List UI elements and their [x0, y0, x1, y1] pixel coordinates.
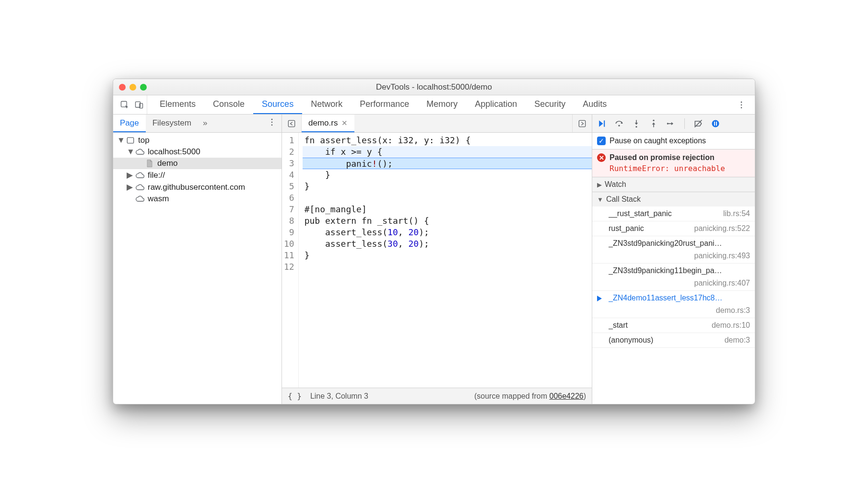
- navigate-forward-icon[interactable]: [572, 115, 592, 132]
- window-title: DevTools - localhost:5000/demo: [113, 82, 755, 92]
- stack-frame[interactable]: __rust_start_paniclib.rs:54: [592, 207, 755, 221]
- pause-banner: ✕ Paused on promise rejection RuntimeErr…: [592, 150, 755, 177]
- tab-application[interactable]: Application: [466, 95, 526, 114]
- svg-rect-9: [127, 138, 133, 143]
- tree-item[interactable]: ▼localhost:5000: [113, 146, 282, 158]
- svg-point-4: [741, 104, 742, 105]
- stack-frame[interactable]: _ZN3std9panicking11begin_pa…panicking.rs…: [592, 264, 755, 291]
- watch-section-header[interactable]: ▶Watch: [592, 177, 755, 192]
- navigate-back-icon[interactable]: [282, 115, 302, 132]
- stack-frame[interactable]: _ZN4demo11assert_less17hc8…demo.rs:3: [592, 291, 755, 318]
- svg-rect-10: [288, 120, 294, 126]
- callstack-section-header[interactable]: ▼Call Stack: [592, 192, 755, 207]
- error-icon: ✕: [597, 153, 606, 162]
- svg-rect-19: [714, 121, 715, 125]
- device-toggle-icon[interactable]: [134, 100, 144, 110]
- navigator-pane: PageFilesystem » ▼top▼localhost:5000demo…: [113, 115, 282, 404]
- tab-network[interactable]: Network: [302, 95, 351, 114]
- step-icon[interactable]: [666, 119, 676, 128]
- panel-tabs: ElementsConsoleSourcesNetworkPerformance…: [113, 95, 755, 115]
- tab-memory[interactable]: Memory: [418, 95, 466, 114]
- source-map-link[interactable]: 006e4226: [549, 392, 583, 400]
- tab-sources[interactable]: Sources: [253, 95, 302, 114]
- svg-point-14: [635, 126, 637, 127]
- source-mapped: (source mapped from 006e4226): [474, 392, 586, 401]
- navigator-kebab-icon[interactable]: [267, 117, 277, 129]
- debugger-pane: ✓ Pause on caught exceptions ✕ Paused on…: [592, 115, 755, 404]
- inspect-icon[interactable]: [120, 100, 129, 110]
- svg-point-16: [667, 123, 669, 124]
- tab-audits[interactable]: Audits: [574, 95, 615, 114]
- svg-rect-12: [604, 120, 605, 126]
- step-into-icon[interactable]: [632, 119, 641, 128]
- titlebar: DevTools - localhost:5000/demo: [113, 79, 755, 95]
- tab-performance[interactable]: Performance: [351, 95, 418, 114]
- pause-on-caught-label: Pause on caught exceptions: [610, 137, 706, 145]
- subtabs-overflow[interactable]: »: [198, 115, 212, 132]
- svg-rect-11: [579, 120, 585, 126]
- pretty-print-icon[interactable]: { }: [288, 391, 302, 401]
- editor-statusbar: { } Line 3, Column 3 (source mapped from…: [282, 388, 592, 404]
- code-editor[interactable]: 123456789101112 fn assert_less(x: i32, y…: [282, 133, 592, 388]
- file-tree: ▼top▼localhost:5000demo▶file://▶raw.gith…: [113, 133, 282, 404]
- svg-point-15: [653, 119, 654, 121]
- svg-point-7: [271, 122, 273, 123]
- file-tab-label: demo.rs: [308, 118, 338, 128]
- svg-point-8: [271, 125, 273, 126]
- svg-point-6: [271, 119, 273, 120]
- stack-frame[interactable]: (anonymous)demo:3: [592, 333, 755, 348]
- file-tab[interactable]: demo.rs ✕: [302, 115, 354, 132]
- debugger-toolbar: [592, 115, 755, 133]
- resume-icon[interactable]: [597, 119, 607, 128]
- kebab-menu-icon[interactable]: [732, 95, 751, 114]
- svg-point-5: [741, 107, 742, 108]
- cursor-position: Line 3, Column 3: [310, 392, 368, 401]
- tab-security[interactable]: Security: [526, 95, 574, 114]
- tree-item[interactable]: ▼top: [113, 135, 282, 146]
- editor-pane: demo.rs ✕ 123456789101112 fn assert_less…: [282, 115, 592, 404]
- tree-item[interactable]: ▶raw.githubusercontent.com: [113, 181, 282, 193]
- stack-frame[interactable]: rust_panicpanicking.rs:522: [592, 221, 755, 236]
- pause-reason: Paused on promise rejection: [610, 153, 715, 162]
- svg-point-13: [618, 125, 620, 126]
- tree-item[interactable]: ▶file://: [113, 169, 282, 181]
- tab-elements[interactable]: Elements: [151, 95, 204, 114]
- tree-item[interactable]: demo: [113, 158, 282, 169]
- deactivate-breakpoints-icon[interactable]: [693, 119, 703, 128]
- navigator-tab-page[interactable]: Page: [113, 115, 146, 132]
- tree-item[interactable]: wasm: [113, 193, 282, 205]
- step-over-icon[interactable]: [614, 119, 624, 128]
- close-tab-icon[interactable]: ✕: [341, 119, 348, 127]
- pause-on-caught-checkbox[interactable]: ✓ Pause on caught exceptions: [592, 133, 755, 149]
- svg-rect-20: [716, 121, 717, 125]
- svg-point-3: [741, 101, 742, 103]
- step-out-icon[interactable]: [649, 119, 658, 128]
- navigator-tab-filesystem[interactable]: Filesystem: [146, 115, 198, 132]
- svg-point-18: [712, 120, 719, 127]
- devtools-window: DevTools - localhost:5000/demo ElementsC…: [113, 79, 755, 404]
- stack-frame[interactable]: _startdemo.rs:10: [592, 318, 755, 333]
- stack-frame[interactable]: _ZN3std9panicking20rust_pani…panicking.r…: [592, 236, 755, 264]
- pause-message: RuntimeError: unreachable: [597, 164, 750, 173]
- pause-exceptions-icon[interactable]: [711, 119, 720, 128]
- tab-console[interactable]: Console: [204, 95, 253, 114]
